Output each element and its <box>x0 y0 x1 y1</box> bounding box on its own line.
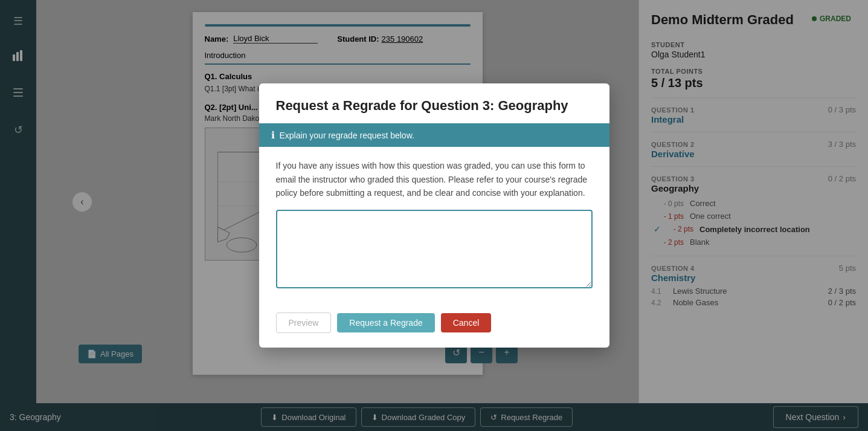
modal-description: If you have any issues with how this que… <box>276 159 593 199</box>
regrade-explanation-input[interactable] <box>276 210 593 288</box>
cancel-button[interactable]: Cancel <box>441 313 492 332</box>
modal-title: Request a Regrade for Question 3: Geogra… <box>276 98 593 114</box>
info-icon: ℹ <box>271 129 275 141</box>
modal-footer: Preview Request a Regrade Cancel <box>259 303 609 348</box>
modal-info-bar: ℹ Explain your regrade request below. <box>259 123 609 147</box>
regrade-modal: Request a Regrade for Question 3: Geogra… <box>259 83 609 347</box>
modal-header: Request a Regrade for Question 3: Geogra… <box>259 83 609 123</box>
preview-button[interactable]: Preview <box>276 313 332 333</box>
modal-body: If you have any issues with how this que… <box>259 147 609 302</box>
modal-overlay[interactable]: Request a Regrade for Question 3: Geogra… <box>0 0 868 431</box>
modal-info-text: Explain your regrade request below. <box>280 131 414 140</box>
submit-regrade-button[interactable]: Request a Regrade <box>337 313 434 332</box>
